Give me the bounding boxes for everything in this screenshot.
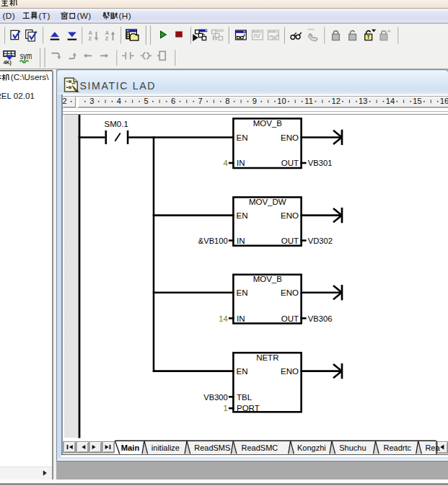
svg-text:9: 9 [252, 97, 257, 105]
svg-text:REL 02.01: REL 02.01 [0, 91, 35, 100]
svg-text:EN: EN [237, 211, 248, 220]
svg-text:7: 7 [198, 97, 203, 105]
svg-text:Shuchu: Shuchu [339, 443, 366, 452]
svg-text:TBL: TBL [237, 393, 252, 402]
svg-text:(D): (D) [3, 11, 16, 21]
svg-text:14: 14 [219, 314, 227, 323]
svg-text:1: 1 [224, 404, 228, 412]
svg-text:MOV_B: MOV_B [253, 119, 283, 128]
svg-text:&VB100: &VB100 [198, 237, 228, 245]
svg-text:15: 15 [413, 97, 421, 105]
svg-text:IN: IN [237, 159, 245, 167]
svg-text:(H): (H) [119, 11, 132, 21]
svg-text:MOV_B: MOV_B [253, 275, 283, 283]
svg-text:Z: Z [89, 35, 92, 42]
svg-text:OUT: OUT [281, 237, 299, 245]
svg-text:3: 3 [89, 97, 94, 105]
svg-text:VB306: VB306 [308, 314, 333, 323]
svg-text:10: 10 [277, 97, 286, 105]
svg-text:VD302: VD302 [308, 237, 333, 245]
svg-text:ENO: ENO [281, 288, 299, 297]
svg-text:(C:\Users\: (C:\Users\ [11, 72, 49, 81]
svg-text:EN: EN [237, 133, 248, 142]
svg-text:NETR: NETR [256, 353, 278, 362]
svg-text:SIMATIC LAD: SIMATIC LAD [80, 80, 157, 92]
svg-text:VB300: VB300 [203, 393, 228, 402]
svg-text:Main: Main [121, 443, 140, 452]
svg-text:(W): (W) [77, 11, 92, 21]
svg-text:13: 13 [359, 97, 367, 105]
svg-text:SM0.1: SM0.1 [105, 120, 128, 128]
svg-text:initialize: initialize [151, 443, 180, 452]
svg-text:14: 14 [386, 97, 395, 105]
svg-text:4: 4 [224, 159, 228, 167]
svg-text:4: 4 [117, 97, 121, 105]
svg-text:ENO: ENO [281, 367, 299, 376]
svg-text:ReadSMS: ReadSMS [194, 443, 230, 452]
svg-text:Readrtc: Readrtc [384, 443, 412, 452]
svg-text:6: 6 [171, 97, 175, 105]
svg-text:ENO: ENO [281, 133, 299, 142]
svg-text:EN: EN [237, 288, 248, 297]
svg-text:PORT: PORT [237, 404, 260, 412]
svg-text:VB301: VB301 [308, 159, 333, 167]
svg-text:5: 5 [144, 97, 148, 105]
svg-text:Z: Z [105, 35, 109, 42]
svg-text:Kongzhi: Kongzhi [297, 443, 326, 452]
svg-text:OUT: OUT [281, 159, 299, 167]
svg-text:12: 12 [331, 97, 340, 105]
svg-text:IN: IN [237, 237, 245, 245]
svg-text:MOV_DW: MOV_DW [249, 198, 286, 206]
svg-text:EN: EN [237, 367, 248, 376]
svg-text:sym: sym [20, 50, 32, 61]
svg-text:8: 8 [225, 97, 229, 105]
svg-text:4K): 4K) [4, 60, 12, 66]
svg-text:IN: IN [237, 314, 245, 323]
svg-text:2: 2 [62, 97, 66, 105]
svg-text:(T): (T) [39, 11, 50, 21]
svg-text:16: 16 [440, 97, 448, 105]
svg-text:ENO: ENO [281, 211, 299, 220]
svg-text:11: 11 [304, 97, 313, 105]
svg-text:ReadSMC: ReadSMC [242, 443, 278, 452]
svg-text:Rea: Rea [425, 443, 440, 452]
svg-text:OUT: OUT [281, 314, 299, 323]
